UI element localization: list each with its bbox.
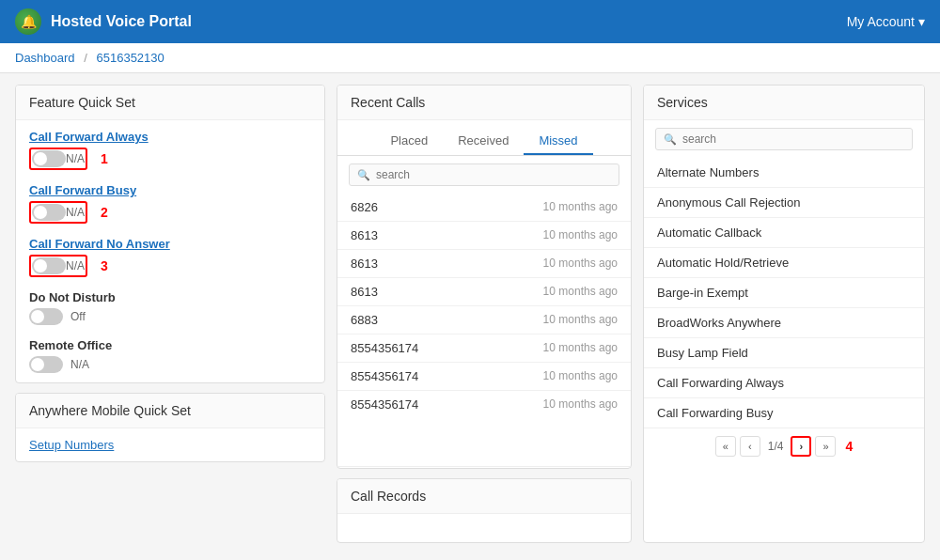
call-number: 6826 <box>351 200 378 214</box>
call-forward-no-answer-control: N/A 3 <box>29 255 311 277</box>
call-time: 10 months ago <box>543 369 618 383</box>
call-row[interactable]: 8613 10 months ago <box>337 250 631 278</box>
call-forward-busy-value: N/A <box>66 206 85 219</box>
tab-placed[interactable]: Placed <box>375 128 443 155</box>
call-records-body <box>337 514 631 542</box>
recent-calls-body: Placed Received Missed 🔍 6826 10 months … <box>337 120 631 469</box>
feature-item-remote-office: Remote Office N/A <box>29 338 311 373</box>
annotation-3: 3 <box>101 258 108 273</box>
call-forward-busy-highlight: N/A <box>29 201 87 224</box>
service-row[interactable]: Busy Lamp Field <box>644 338 924 368</box>
call-forward-no-answer-highlight: N/A <box>29 255 87 277</box>
call-number: 8554356174 <box>351 341 418 355</box>
services-next-page-button[interactable]: › <box>791 436 811 457</box>
anywhere-mobile-body: Setup Numbers <box>16 428 324 461</box>
feature-item-call-forward-busy: Call Forward Busy N/A 2 <box>29 183 311 224</box>
breadcrumb: Dashboard / 6516352130 <box>0 43 940 73</box>
breadcrumb-dashboard[interactable]: Dashboard <box>15 51 75 65</box>
my-account-button[interactable]: My Account ▾ <box>847 14 925 29</box>
call-time: 10 months ago <box>543 397 618 412</box>
setup-numbers-link[interactable]: Setup Numbers <box>29 438 114 452</box>
services-prev-page-button[interactable]: ‹ <box>740 436 760 457</box>
call-forward-busy-label[interactable]: Call Forward Busy <box>29 183 311 197</box>
right-column: Services 🔍 Alternate NumbersAnonymous Ca… <box>643 85 925 543</box>
recent-calls-tabs: Placed Received Missed <box>337 120 631 156</box>
call-forward-busy-toggle[interactable] <box>32 204 66 221</box>
app-logo-icon: 🔔 <box>15 8 41 35</box>
feature-quick-set-title: Feature Quick Set <box>16 86 324 120</box>
call-time: 10 months ago <box>543 313 618 327</box>
remote-office-control: N/A <box>29 356 311 373</box>
service-row[interactable]: Call Forwarding Always <box>644 368 924 398</box>
recent-calls-search-input[interactable] <box>376 168 611 181</box>
call-time: 10 months ago <box>543 285 618 299</box>
remote-office-label: Remote Office <box>29 338 311 352</box>
annotation-1: 1 <box>101 151 108 166</box>
call-time: 10 months ago <box>543 228 618 242</box>
service-row[interactable]: Barge-in Exempt <box>644 278 924 308</box>
service-row[interactable]: Alternate Numbers <box>644 158 924 188</box>
service-row[interactable]: Call Forwarding Busy <box>644 398 924 428</box>
call-forward-always-control: N/A 1 <box>29 148 311 170</box>
call-number: 8613 <box>351 257 378 271</box>
annotation-2: 2 <box>101 205 108 220</box>
recent-calls-search-bar: 🔍 <box>349 163 619 186</box>
anywhere-mobile-panel: Anywhere Mobile Quick Set Setup Numbers <box>15 393 325 462</box>
call-records-panel: Call Records <box>337 478 632 543</box>
anywhere-mobile-title: Anywhere Mobile Quick Set <box>16 394 324 428</box>
call-row[interactable]: 8613 10 months ago <box>337 278 631 306</box>
feature-quick-set-body: Call Forward Always N/A 1 Call Forward B… <box>16 120 324 382</box>
call-row[interactable]: 8554356174 10 months ago <box>337 363 631 391</box>
do-not-disturb-control: Off <box>29 308 311 325</box>
services-first-page-button[interactable]: « <box>715 436 736 457</box>
services-search-input[interactable] <box>682 132 904 146</box>
feature-item-call-forward-always: Call Forward Always N/A 1 <box>29 130 311 170</box>
service-row[interactable]: Automatic Callback <box>644 218 924 248</box>
left-column: Feature Quick Set Call Forward Always N/… <box>15 85 325 543</box>
breadcrumb-phone[interactable]: 6516352130 <box>96 51 164 65</box>
services-last-page-button[interactable]: » <box>815 436 836 457</box>
app-title: Hosted Voice Portal <box>51 13 192 30</box>
call-forward-no-answer-label[interactable]: Call Forward No Answer <box>29 237 311 251</box>
call-number: 8554356174 <box>351 369 418 383</box>
do-not-disturb-toggle[interactable] <box>29 308 63 325</box>
call-number: 8554356174 <box>351 397 418 412</box>
call-number: 8613 <box>351 228 378 242</box>
search-icon: 🔍 <box>357 169 370 181</box>
service-row[interactable]: BroadWorks Anywhere <box>644 308 924 338</box>
call-forward-no-answer-toggle[interactable] <box>32 257 66 274</box>
call-row[interactable]: 6883 10 months ago <box>337 306 631 334</box>
my-account-label: My Account <box>847 14 915 29</box>
remote-office-toggle[interactable] <box>29 356 63 373</box>
call-row[interactable]: 8554356174 10 months ago <box>337 334 631 363</box>
service-row[interactable]: Automatic Hold/Retrieve <box>644 248 924 278</box>
call-time: 10 months ago <box>543 257 618 271</box>
call-forward-always-label[interactable]: Call Forward Always <box>29 130 311 144</box>
recent-calls-title: Recent Calls <box>337 86 631 120</box>
call-row[interactable]: 6826 10 months ago <box>337 194 631 222</box>
call-forward-always-highlight: N/A <box>29 148 87 170</box>
call-forward-always-toggle[interactable] <box>32 150 66 167</box>
main-content: Feature Quick Set Call Forward Always N/… <box>0 73 940 554</box>
service-list: Alternate NumbersAnonymous Call Rejectio… <box>644 158 924 428</box>
tab-missed[interactable]: Missed <box>524 128 592 155</box>
services-search-icon: 🔍 <box>664 133 677 146</box>
annotation-4: 4 <box>845 439 853 454</box>
call-number: 8613 <box>351 285 378 299</box>
services-title: Services <box>644 86 924 120</box>
call-time: 10 months ago <box>543 341 618 355</box>
tab-received[interactable]: Received <box>443 128 524 155</box>
feature-item-do-not-disturb: Do Not Disturb Off <box>29 290 311 325</box>
services-body: 🔍 Alternate NumbersAnonymous Call Reject… <box>644 120 924 464</box>
service-row[interactable]: Anonymous Call Rejection <box>644 188 924 218</box>
call-row[interactable]: 8613 10 months ago <box>337 222 631 250</box>
services-search-bar: 🔍 <box>655 128 913 150</box>
header-left: 🔔 Hosted Voice Portal <box>15 8 192 35</box>
call-forward-busy-control: N/A 2 <box>29 201 311 224</box>
call-forward-no-answer-value: N/A <box>66 259 85 272</box>
call-row[interactable]: 8554356174 10 months ago <box>337 391 631 418</box>
do-not-disturb-label: Do Not Disturb <box>29 290 311 304</box>
call-records-title: Call Records <box>337 479 631 514</box>
feature-item-call-forward-no-answer: Call Forward No Answer N/A 3 <box>29 237 311 277</box>
header: 🔔 Hosted Voice Portal My Account ▾ <box>0 0 940 43</box>
